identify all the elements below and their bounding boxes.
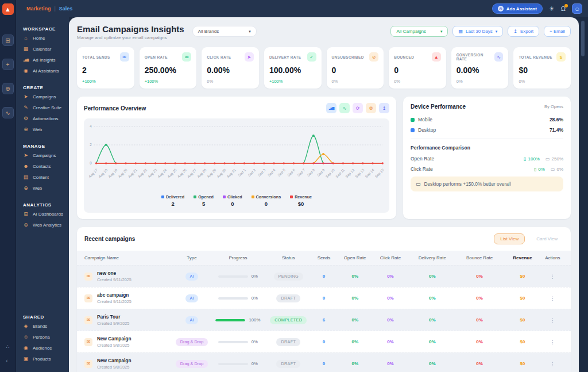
sidebar-item-content[interactable]: ▤Content (23, 175, 69, 180)
device-legend-desktop: Desktop71.4% (411, 127, 563, 133)
svg-text:Aug 25: Aug 25 (167, 167, 177, 178)
sidebar-item-web[interactable]: ⊕Web (23, 186, 69, 191)
campaign-created-date: Created 9/11/2025 (97, 299, 131, 304)
automations-icon: ⚙ (23, 116, 29, 121)
audience-icon: ◉ (23, 346, 29, 351)
calendar-icon: ▦ (458, 29, 463, 34)
export-button[interactable]: ↥ Export (508, 26, 539, 37)
settings-button[interactable]: ⚙ (366, 103, 376, 113)
sidebar-item-calendar[interactable]: ▦Calendar (23, 47, 69, 52)
stat-card-open-rate: OPEN RATE✉250.00%+100% (140, 47, 197, 89)
device-label: Mobile (418, 117, 432, 122)
sidebar-item-ai-dashboards[interactable]: ⊞AI Dashboards (23, 212, 69, 217)
stat-card-conversion-rate: CONVERSION RATE∿0.00%0% (451, 47, 509, 89)
envelope-icon: ✉ (120, 52, 129, 62)
open-rate-value: 0% (338, 296, 372, 301)
row-actions-button[interactable]: ⋮ (542, 317, 563, 323)
table-row[interactable]: ✉new oneCreated 9/11/2025AI0%PENDING00%0… (77, 265, 571, 287)
stat-card-delivery-rate: DELIVERY RATE✓100.00%+100% (264, 47, 322, 89)
date-range-select[interactable]: ▦ Last 30 Days ▾ (452, 26, 503, 37)
stat-label: DELIVERY RATE (269, 55, 301, 59)
brand-filter-select[interactable]: All Brands ▾ (192, 26, 257, 37)
row-actions-button[interactable]: ⋮ (542, 361, 563, 367)
dollar-icon: $ (556, 52, 566, 62)
chart-line-button[interactable]: ∿ (339, 103, 350, 113)
bounce-rate-value: 0% (456, 317, 503, 323)
export-icon: ↥ (513, 29, 517, 34)
column-header-delivery-rate: Delivery Rate (409, 255, 456, 260)
svg-text:Sep 15: Sep 15 (374, 167, 385, 178)
recent-campaigns-title: Recent campaigns (84, 236, 135, 242)
refresh-button[interactable]: ⟳ (353, 103, 363, 113)
legend-swatch (223, 195, 226, 198)
sidebar-item-contacts[interactable]: ☻Contacts (23, 164, 69, 169)
scrollbar-thumb[interactable] (581, 21, 585, 56)
check-icon: ✓ (307, 52, 316, 62)
sidebar-item-products[interactable]: ▣Products (23, 356, 69, 362)
sidebar-item-web-analytics[interactable]: ⊕Web Analytics (23, 223, 69, 228)
card-view-button[interactable]: Card View (531, 234, 563, 244)
user-avatar[interactable]: ☺ (572, 3, 582, 14)
progress-label: 0% (252, 361, 258, 366)
sidebar-item-label: Contacts (33, 164, 51, 169)
sidebar-item-ai-assistants[interactable]: ◉AI Assistants (23, 68, 69, 74)
campaign-mail-icon: ✉ (84, 294, 92, 302)
open-rate-value: 0% (338, 317, 372, 323)
bounce-rate-value: 0% (456, 361, 503, 366)
notifications-bell-icon[interactable]: Ω (561, 6, 566, 12)
svg-text:Aug 18: Aug 18 (98, 167, 109, 178)
list-view-button[interactable]: List View (494, 233, 525, 244)
collapse-icon[interactable]: ‹ (6, 358, 9, 364)
sidebar-item-audience[interactable]: ◉Audience (23, 346, 69, 351)
sidebar-item-ad-insights[interactable]: ▂▅▇Ad Insights (23, 57, 69, 63)
brand-filter-value: All Brands (198, 29, 219, 34)
ada-assistant-button[interactable]: AI Ada Assistant (492, 3, 543, 14)
sidebar-item-home[interactable]: ⌂Home (23, 36, 69, 41)
revenue-value: $0 (503, 274, 541, 279)
user-minus-icon: ⊘ (369, 52, 378, 62)
table-row[interactable]: ✉New CampaignCreated 9/8/2025Drag & Drop… (77, 331, 571, 352)
sidebar-item-web[interactable]: ⊕Web (23, 127, 69, 132)
theme-toggle-icon[interactable]: ☀ (549, 6, 555, 12)
legend-swatch (194, 195, 196, 198)
new-email-button[interactable]: + Email (544, 26, 571, 37)
export-button[interactable]: ↥ (379, 103, 389, 113)
chart-line-icon: ∿ (494, 52, 504, 62)
legend-item-opened: Opened5 (194, 194, 214, 207)
table-row[interactable]: ✉New CampaignCreated 9/8/2025Drag & Drop… (77, 352, 571, 372)
campaign-filter-select[interactable]: All Campaigns ▾ (390, 26, 448, 37)
row-actions-button[interactable]: ⋮ (542, 274, 563, 279)
row-actions-button[interactable]: ⋮ (542, 296, 563, 301)
sidebar-item-campaigns[interactable]: ➤Campaigns (23, 94, 69, 99)
plus-icon[interactable]: + (2, 59, 14, 70)
stat-change: +100% (82, 79, 129, 84)
svg-text:Aug 31: Aug 31 (226, 167, 237, 178)
grid-icon[interactable]: ⊞ (2, 34, 14, 46)
delivery-rate-value: 0% (409, 339, 456, 344)
chart-line-icon[interactable]: ∿ (2, 107, 14, 118)
top-nav-marketing[interactable]: Marketing (26, 6, 51, 11)
svg-text:Sep 2: Sep 2 (247, 167, 257, 177)
revenue-value: $0 (503, 361, 541, 366)
bar-chart-button[interactable]: ▂▅▇ (326, 103, 336, 113)
share-icon[interactable]: ∴ (6, 343, 9, 350)
delivery-rate-value: 0% (409, 317, 456, 323)
table-row[interactable]: ✉Paris TourCreated 9/9/2025AI100%COMPLET… (77, 309, 571, 331)
progress-bar (218, 297, 248, 300)
monitor-icon: ▭ (551, 167, 555, 172)
table-row[interactable]: ✉abc campaignCreated 9/11/2025AI0%DRAFT0… (77, 287, 571, 309)
sidebar-item-creative-suite[interactable]: ✎Creative Suite (23, 105, 69, 110)
sidebar-item-automations[interactable]: ⚙Automations (23, 116, 69, 121)
bounce-rate-value: 0% (456, 339, 503, 344)
sends-value: 0 (310, 274, 338, 279)
sidebar-item-campaigns[interactable]: ➤Campaigns (23, 153, 69, 158)
campaign-created-date: Created 9/9/2025 (97, 321, 129, 326)
globe-icon[interactable]: ⊕ (2, 83, 14, 94)
row-actions-button[interactable]: ⋮ (542, 339, 563, 345)
top-nav-sales[interactable]: Sales (59, 6, 73, 11)
app-logo-icon[interactable]: ▲ (2, 3, 14, 15)
sidebar-item-brands[interactable]: ◈Brands (23, 324, 69, 329)
sidebar-item-persona[interactable]: ☺Persona (23, 335, 69, 340)
click-rate-value: 0% (372, 361, 409, 366)
sidebar-item-label: Calendar (33, 47, 51, 52)
